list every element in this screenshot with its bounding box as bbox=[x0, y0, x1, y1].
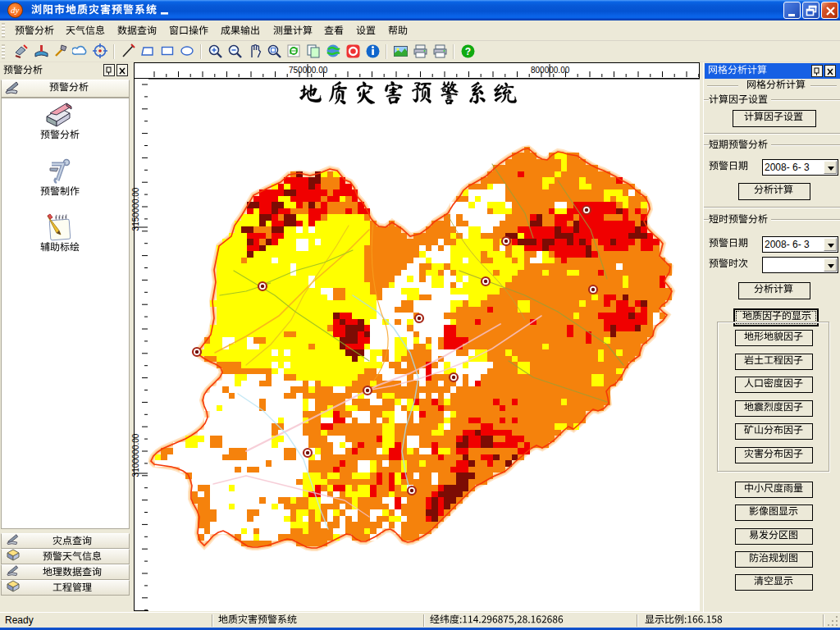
svg-text:3100000.00: 3100000.00 bbox=[131, 433, 140, 477]
svg-text:3150000.00: 3150000.00 bbox=[131, 187, 140, 231]
